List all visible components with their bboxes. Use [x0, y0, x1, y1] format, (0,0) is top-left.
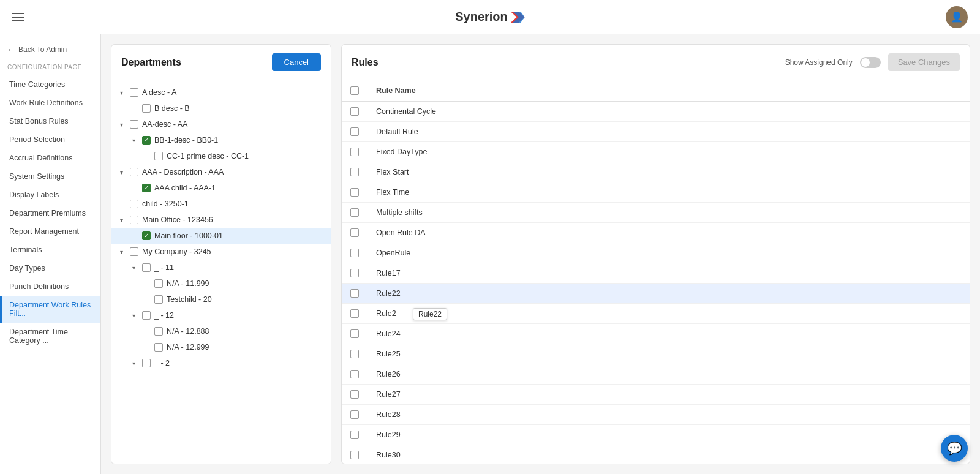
rule-row[interactable]: Multiple shifts [342, 203, 970, 223]
tree-item[interactable]: N/A - 11.999 [111, 276, 331, 292]
rule-checkbox-cell[interactable] [342, 142, 368, 162]
tree-checkbox[interactable] [154, 279, 163, 288]
rule-row[interactable]: Rule27 [342, 385, 970, 405]
tree-checkbox-wrap[interactable] [142, 263, 151, 272]
rule-checkbox-cell[interactable] [342, 102, 368, 122]
rule-row[interactable]: Rule30 [342, 445, 970, 464]
tree-checkbox-wrap[interactable] [130, 120, 138, 129]
rule-row[interactable]: Rule29 [342, 425, 970, 445]
tree-checkbox[interactable] [130, 120, 138, 129]
sidebar-item-system-settings[interactable]: System Settings [0, 167, 100, 186]
rule-checkbox[interactable] [350, 168, 359, 176]
rule-checkbox[interactable] [350, 431, 359, 439]
tree-checkbox[interactable] [142, 231, 151, 240]
tree-checkbox[interactable] [130, 168, 138, 176]
rule-checkbox[interactable] [350, 249, 359, 257]
sidebar-item-report-management[interactable]: Report Management [0, 222, 100, 241]
tree-item[interactable]: Testchild - 20 [111, 292, 331, 307]
rule-checkbox[interactable] [350, 350, 359, 358]
tree-checkbox-wrap[interactable] [130, 88, 138, 97]
chat-button[interactable]: 💬 [941, 435, 968, 462]
hamburger-menu[interactable] [12, 13, 24, 21]
rule-row[interactable]: Rule28 [342, 405, 970, 425]
rule-checkbox-cell[interactable] [342, 304, 368, 324]
tree-checkbox-wrap[interactable] [154, 327, 163, 336]
rule-row[interactable]: Fixed DayType [342, 142, 970, 162]
sidebar-item-display-labels[interactable]: Display Labels [0, 186, 100, 204]
rule-checkbox[interactable] [350, 127, 359, 136]
cancel-button[interactable]: Cancel [272, 53, 321, 71]
tree-item[interactable]: N/A - 12.999 [111, 339, 331, 355]
rule-checkbox[interactable] [350, 329, 359, 338]
tree-checkbox-wrap[interactable] [154, 152, 163, 160]
tree-item[interactable]: child - 3250-1 [111, 196, 331, 212]
back-to-admin-link[interactable]: ← Back To Admin [0, 40, 100, 59]
tree-checkbox-wrap[interactable] [130, 200, 138, 208]
rule-checkbox-cell[interactable] [342, 263, 368, 284]
save-changes-button[interactable]: Save Changes [888, 53, 960, 71]
show-assigned-toggle[interactable] [860, 57, 881, 68]
sidebar-item-dept-work-rules[interactable]: Department Work Rules Filt... [0, 296, 100, 323]
tree-chevron-icon[interactable]: ▾ [116, 119, 126, 129]
rule-row[interactable]: OpenRule [342, 243, 970, 263]
tree-checkbox[interactable] [142, 263, 151, 272]
rule-checkbox-cell[interactable] [342, 182, 368, 203]
rule-checkbox-cell[interactable] [342, 344, 368, 364]
tree-checkbox[interactable] [130, 247, 138, 256]
tree-chevron-icon[interactable]: ▾ [116, 167, 126, 177]
rule-checkbox-cell[interactable] [342, 385, 368, 405]
tree-item[interactable]: ▾ BB-1-desc - BB0-1 [111, 132, 331, 148]
rule-checkbox-cell[interactable] [342, 284, 368, 304]
rule-checkbox[interactable] [350, 148, 359, 156]
tree-checkbox-wrap[interactable] [130, 216, 138, 224]
tree-item[interactable]: ▾ AAA - Description - AAA [111, 164, 331, 180]
rule-row[interactable]: Default Rule [342, 122, 970, 142]
rule-checkbox[interactable] [350, 309, 359, 318]
tree-item[interactable]: CC-1 prime desc - CC-1 [111, 148, 331, 164]
rule-checkbox-cell[interactable] [342, 122, 368, 142]
rule-checkbox-cell[interactable] [342, 162, 368, 182]
rule-checkbox-cell[interactable] [342, 243, 368, 263]
tree-checkbox[interactable] [142, 184, 151, 192]
tree-checkbox-wrap[interactable] [154, 279, 163, 288]
rule-checkbox[interactable] [350, 370, 359, 378]
sidebar-item-punch-definitions[interactable]: Punch Definitions [0, 277, 100, 296]
tree-checkbox-wrap[interactable] [130, 247, 138, 256]
sidebar-item-terminals[interactable]: Terminals [0, 241, 100, 259]
rule-checkbox-cell[interactable] [342, 425, 368, 445]
tree-checkbox-wrap[interactable] [142, 136, 151, 145]
tree-checkbox-wrap[interactable] [142, 184, 151, 192]
tree-checkbox[interactable] [154, 152, 163, 160]
rule-row[interactable]: Continental Cycle [342, 102, 970, 122]
tree-chevron-icon[interactable]: ▾ [116, 247, 126, 257]
rule-checkbox-cell[interactable] [342, 223, 368, 243]
tree-item[interactable]: ▾ _ - 12 [111, 307, 331, 323]
tree-checkbox[interactable] [154, 327, 163, 336]
tree-item[interactable]: AAA child - AAA-1 [111, 180, 331, 196]
rule-checkbox-cell[interactable] [342, 324, 368, 344]
rule-checkbox[interactable] [350, 228, 359, 237]
rule-checkbox-cell[interactable] [342, 445, 368, 464]
user-avatar[interactable]: 👤 [946, 6, 968, 28]
tree-checkbox-wrap[interactable] [130, 168, 138, 176]
sidebar-item-accrual-definitions[interactable]: Accrual Definitions [0, 149, 100, 167]
tree-checkbox-wrap[interactable] [142, 104, 151, 113]
rule-row[interactable]: Flex Start [342, 162, 970, 182]
tree-chevron-icon[interactable]: ▾ [129, 358, 138, 368]
rule-checkbox[interactable] [350, 390, 359, 399]
sidebar-item-department-premiums[interactable]: Department Premiums [0, 204, 100, 222]
tree-item[interactable]: ▾ A desc - A [111, 85, 331, 100]
tree-checkbox[interactable] [130, 88, 138, 97]
rule-row[interactable]: Rule22 [342, 284, 970, 304]
tree-checkbox-wrap[interactable] [142, 311, 151, 320]
rule-checkbox[interactable] [350, 188, 359, 197]
tree-checkbox[interactable] [142, 311, 151, 320]
select-all-checkbox[interactable] [350, 86, 359, 95]
tree-chevron-icon[interactable]: ▾ [116, 215, 126, 225]
rule-row[interactable]: Rule17 [342, 263, 970, 284]
tree-chevron-icon[interactable]: ▾ [129, 263, 138, 273]
sidebar-item-dept-time-category[interactable]: Department Time Category ... [0, 323, 100, 350]
rule-checkbox-cell[interactable] [342, 405, 368, 425]
rule-row[interactable]: Open Rule DA [342, 223, 970, 243]
tree-checkbox-wrap[interactable] [142, 359, 151, 367]
